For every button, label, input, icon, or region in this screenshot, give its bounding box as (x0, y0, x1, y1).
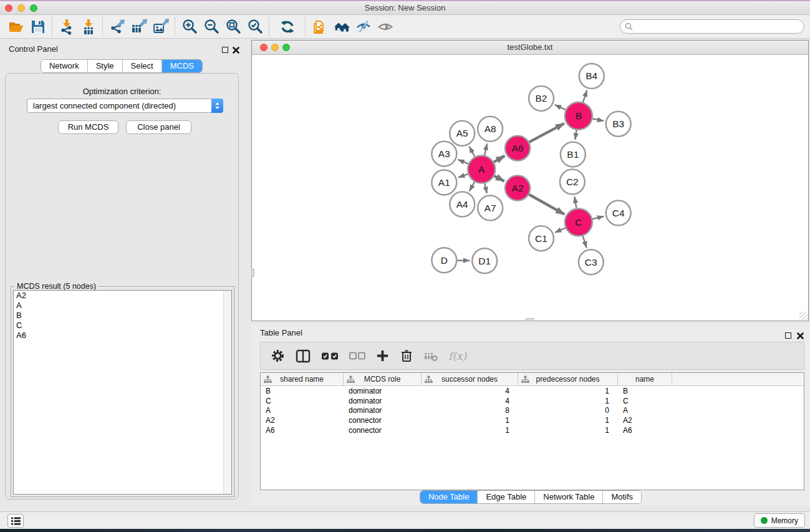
show-graphics-icon[interactable] (374, 17, 396, 37)
cell-name[interactable]: A6 (618, 426, 672, 435)
cell-name[interactable]: A (618, 406, 672, 415)
edge-B-B2[interactable] (555, 105, 566, 110)
result-scrollbar[interactable] (223, 291, 231, 494)
edge-A-A3[interactable] (458, 160, 468, 164)
deselect-checkboxes-icon[interactable] (349, 352, 365, 360)
table-row-A[interactable]: Adominator80A (261, 406, 804, 416)
cell-successor-nodes[interactable]: 4 (422, 397, 518, 405)
cell-MCDS-role[interactable]: dominator (344, 397, 422, 405)
zoom-out-icon[interactable] (200, 17, 222, 37)
hide-graphics-icon[interactable] (352, 17, 374, 37)
node-A5[interactable]: A5 (450, 121, 475, 146)
column-header-successor-nodes[interactable]: successor nodes (422, 373, 518, 385)
export-table-icon[interactable] (128, 17, 150, 37)
node-B2[interactable]: B2 (529, 86, 554, 111)
cell-predecessor-nodes[interactable]: 1 (518, 426, 618, 435)
float-panel-icon[interactable] (221, 46, 229, 54)
delete-column-icon[interactable] (400, 349, 413, 363)
network-minimize-button[interactable] (271, 44, 279, 51)
tab-edge-table[interactable]: Edge Table (478, 491, 535, 503)
splitter-handle[interactable] (251, 269, 254, 277)
table-settings-icon[interactable] (271, 349, 285, 363)
node-C4[interactable]: C4 (606, 200, 631, 225)
run-mcds-button[interactable]: Run MCDS (58, 120, 118, 134)
edge-A-A7[interactable] (485, 183, 487, 193)
table-row-C[interactable]: Cdominator41C (261, 396, 804, 406)
edge-A-A1[interactable] (458, 174, 468, 177)
zoom-in-icon[interactable] (178, 17, 200, 37)
refresh-icon[interactable] (276, 17, 298, 37)
edge-A-A4[interactable] (470, 182, 475, 191)
edge-C-C3[interactable] (583, 236, 587, 248)
zoom-selected-icon[interactable] (244, 17, 266, 37)
close-panel-icon[interactable] (231, 46, 240, 54)
column-header-MCDS-role[interactable]: MCDS role (344, 373, 422, 385)
cell-name[interactable]: C (618, 397, 672, 405)
node-C[interactable]: C (565, 208, 592, 236)
criterion-dropdown[interactable]: largest connected component (directed) (27, 99, 223, 113)
result-item-A[interactable]: A (14, 301, 231, 311)
cell-predecessor-nodes[interactable]: 1 (518, 387, 618, 395)
cell-successor-nodes[interactable]: 8 (422, 406, 518, 415)
close-panel-button[interactable]: Close panel (126, 120, 191, 134)
cell-successor-nodes[interactable]: 1 (422, 416, 518, 425)
tab-motifs[interactable]: Motifs (603, 491, 641, 503)
edge-A-A6[interactable] (494, 156, 504, 162)
add-column-icon[interactable] (376, 349, 389, 362)
tab-select[interactable]: Select (123, 60, 162, 72)
node-A2[interactable]: A2 (505, 176, 530, 201)
cell-name[interactable]: B (618, 387, 672, 395)
export-network-icon[interactable] (106, 17, 128, 37)
search-field[interactable] (620, 19, 804, 34)
cell-shared-name[interactable]: C (261, 397, 344, 405)
table-row-A2[interactable]: A2connector11A2 (261, 415, 804, 425)
search-input[interactable] (633, 21, 804, 32)
table-row-B[interactable]: Bdominator41B (261, 386, 804, 396)
column-header-predecessor-nodes[interactable]: predecessor nodes (518, 373, 618, 385)
node-D[interactable]: D (432, 248, 456, 273)
cell-shared-name[interactable]: A6 (261, 426, 344, 435)
save-session-icon[interactable] (27, 17, 49, 37)
cell-MCDS-role[interactable]: dominator (344, 387, 422, 395)
cell-predecessor-nodes[interactable]: 1 (518, 397, 618, 405)
network-close-button[interactable] (260, 44, 268, 51)
network-zoom-button[interactable] (282, 44, 290, 51)
zoom-window-button[interactable] (30, 4, 37, 12)
edge-B-B1[interactable] (575, 130, 576, 139)
network-canvas[interactable]: ABCA2A6A1A3A4A5A7A8B1B2B3B4C1C2C3C4DD1 (252, 55, 808, 321)
result-item-A2[interactable]: A2 (14, 291, 231, 301)
node-A7[interactable]: A7 (478, 195, 503, 220)
split-table-icon[interactable] (296, 349, 311, 363)
select-all-checkboxes-icon[interactable] (321, 351, 339, 360)
edge-C-C4[interactable] (592, 216, 604, 219)
tab-node-table[interactable]: Node Table (420, 491, 478, 503)
node-C3[interactable]: C3 (579, 249, 604, 274)
import-table-icon[interactable] (77, 17, 99, 37)
memory-button[interactable]: Memory (754, 513, 805, 528)
cell-MCDS-role[interactable]: connector (344, 426, 422, 435)
export-image-icon[interactable] (150, 17, 171, 37)
edge-A2-C[interactable] (529, 195, 564, 215)
cell-MCDS-role[interactable]: dominator (344, 406, 422, 415)
node-A8[interactable]: A8 (478, 117, 503, 142)
resize-grip[interactable] (799, 312, 808, 320)
edge-B-B4[interactable] (583, 90, 587, 102)
tab-network-table[interactable]: Network Table (535, 491, 603, 503)
cell-successor-nodes[interactable]: 1 (422, 426, 518, 435)
cell-successor-nodes[interactable]: 4 (422, 387, 518, 395)
cell-predecessor-nodes[interactable]: 1 (518, 416, 618, 425)
tab-style[interactable]: Style (88, 60, 123, 72)
edge-C-C1[interactable] (555, 228, 566, 232)
node-D1[interactable]: D1 (472, 248, 497, 273)
table-row-A6[interactable]: A6connector11A6 (261, 425, 804, 435)
edge-A-A2[interactable] (494, 176, 504, 181)
edge-A6-B[interactable] (529, 123, 564, 142)
column-header-name[interactable]: name (618, 373, 672, 385)
close-panel-icon[interactable] (796, 331, 804, 340)
edge-C-C2[interactable] (574, 196, 576, 208)
copy-network-icon[interactable] (309, 17, 330, 37)
column-header-shared-name[interactable]: shared name (261, 373, 344, 385)
tab-network[interactable]: Network (41, 60, 88, 72)
node-A3[interactable]: A3 (432, 142, 456, 167)
node-C2[interactable]: C2 (560, 170, 585, 195)
